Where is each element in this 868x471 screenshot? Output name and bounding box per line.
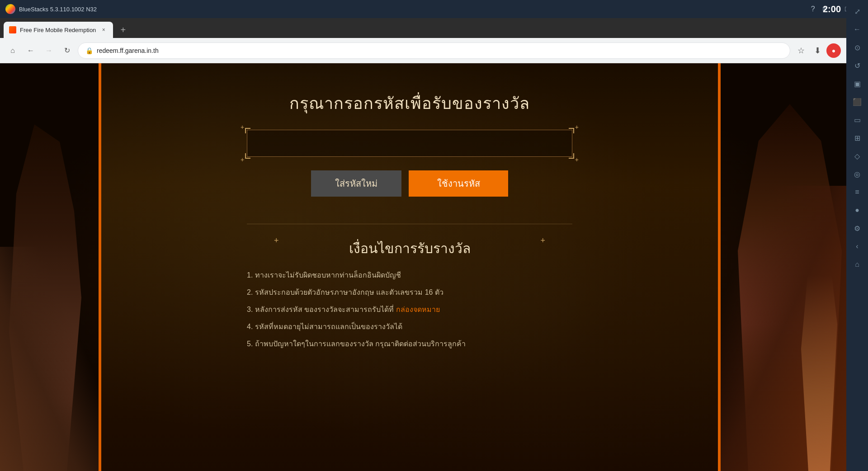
tab-title: Free Fire Mobile Redemption: [20, 27, 96, 33]
record-icon[interactable]: ●: [849, 203, 865, 218]
lock-icon: 🔒: [85, 47, 93, 54]
tab-close-button[interactable]: ×: [99, 26, 108, 34]
plus-corner-tl: +: [241, 123, 244, 131]
url-display[interactable]: redeem.ff.garena.in.th: [97, 47, 783, 54]
folder-icon[interactable]: ▭: [849, 112, 865, 127]
bookmark-icon[interactable]: ☆: [794, 43, 808, 58]
plus-left-icon: +: [274, 236, 279, 245]
list-item: 1. ทางเราจะไม่รับผิดชอบหากท่านล็อกอินผิด…: [247, 270, 572, 281]
bluestacks-logo: [5, 4, 15, 14]
list-item: 4. รหัสที่หมดอายุไม่สามารถแลกเป็นของรางว…: [247, 321, 572, 332]
rotate-icon[interactable]: ↺: [849, 58, 865, 73]
character-left-area: [0, 63, 99, 471]
browser-area: Free Fire Mobile Redemption × + ⌂ ← → ↻ …: [0, 18, 846, 471]
condition-5: 5. ถ้าพบปัญหาใดๆในการแลกของรางวัล กรุณาต…: [247, 340, 466, 348]
main-content: กรุณากรอกรหัสเพื่อรับของรางวัล + + + + ใ…: [101, 63, 718, 471]
conditions-list: 1. ทางเราจะไม่รับผิดชอบหากท่านล็อกอินผิด…: [247, 270, 572, 349]
reset-button[interactable]: ใส่รหัสใหม่: [311, 170, 401, 197]
refresh-button[interactable]: ↻: [60, 43, 74, 58]
buttons-row: ใส่รหัสใหม่ ใช้งานรหัส: [311, 170, 508, 197]
addressbar: ⌂ ← → ↻ 🔒 redeem.ff.garena.in.th ☆ ⬇ ●: [0, 38, 846, 63]
resize-icon[interactable]: ⤢: [849, 4, 865, 19]
list-item: 2. รหัสประกอบด้วยตัวอักษรภาษาอังกฤษ และต…: [247, 287, 572, 298]
condition-4: 4. รหัสที่หมดอายุไม่สามารถแลกเป็นของรางว…: [247, 323, 402, 330]
list-item: 5. ถ้าพบปัญหาใดๆในการแลกของรางวัล กรุณาต…: [247, 339, 572, 349]
tab-favicon: [9, 26, 16, 33]
app-name-label: BlueStacks 5.3.110.1002 N32: [19, 6, 97, 13]
bluestacks-sidebar: ⤢ ← ⊙ ↺ ▣ ⬛ ▭ ⊞ ◇ ◎ ≡ ● ⚙ ‹ ⌂: [846, 0, 868, 471]
toolbar-right: ☆ ⬇ ●: [794, 43, 841, 58]
forward-button[interactable]: →: [42, 43, 56, 58]
input-container: + + + +: [247, 130, 572, 157]
arrow-left-sidebar-icon[interactable]: ‹: [849, 239, 865, 254]
orange-bar-right: [718, 63, 721, 471]
back-button[interactable]: ←: [24, 43, 38, 58]
plus-corner-tr: +: [575, 123, 579, 131]
active-tab[interactable]: Free Fire Mobile Redemption ×: [4, 22, 113, 38]
camera-icon[interactable]: ⬛: [849, 94, 865, 109]
help-button[interactable]: ?: [811, 5, 815, 13]
webpage-content: กรุณากรอกรหัสเพื่อรับของรางวัล + + + + ใ…: [0, 63, 846, 471]
home-sidebar-icon[interactable]: ⊙: [849, 40, 865, 55]
plus-corner-br: +: [575, 156, 579, 163]
plus-corner-bl: +: [241, 156, 244, 163]
conditions-section: + + เงื่อนไขการรับรางวัล 1. ทางเราจะไม่ร…: [247, 224, 572, 356]
multi-icon[interactable]: ⊞: [849, 130, 865, 146]
condition-3-highlight: กล่องจดหมาย: [396, 306, 440, 313]
redeem-button[interactable]: ใช้งานรหัส: [409, 170, 508, 197]
clock-display: 2:00: [823, 4, 841, 14]
settings-icon[interactable]: ⚙: [849, 221, 865, 236]
location-icon[interactable]: ◎: [849, 166, 865, 182]
condition-3-before: 3. หลังการส่งรหัส ของรางวัลจะสามารถรับได…: [247, 306, 396, 313]
layers-icon[interactable]: ≡: [849, 184, 865, 200]
list-item: 3. หลังการส่งรหัส ของรางวัลจะสามารถรับได…: [247, 304, 572, 315]
download-icon[interactable]: ⬇: [810, 43, 825, 58]
titlebar: BlueStacks 5.3.110.1002 N32 2:00 ? ≡ − □…: [0, 0, 868, 18]
back-sidebar-icon[interactable]: ←: [849, 22, 865, 37]
plus-right-icon: +: [540, 236, 545, 245]
conditions-title: เงื่อนไขการรับรางวัล: [247, 238, 572, 259]
page-heading: กรุณากรอกรหัสเพื่อรับของรางวัล: [289, 90, 530, 116]
condition-1: 1. ทางเราจะไม่รับผิดชอบหากท่านล็อกอินผิด…: [247, 271, 401, 279]
address-box[interactable]: 🔒 redeem.ff.garena.in.th: [78, 42, 790, 59]
erase-icon[interactable]: ◇: [849, 148, 865, 164]
new-tab-button[interactable]: +: [115, 22, 131, 38]
condition-2: 2. รหัสประกอบด้วยตัวอักษรภาษาอังกฤษ และต…: [247, 288, 443, 296]
redemption-code-input[interactable]: [247, 130, 572, 157]
character-right-area: [721, 63, 846, 471]
tabbar: Free Fire Mobile Redemption × +: [0, 18, 846, 38]
screenshot-icon[interactable]: ▣: [849, 76, 865, 91]
floor-icon[interactable]: ⌂: [849, 257, 865, 272]
home-button[interactable]: ⌂: [5, 43, 20, 58]
extension-icon[interactable]: ●: [826, 43, 841, 58]
conditions-title-area: + + เงื่อนไขการรับรางวัล: [247, 238, 572, 259]
